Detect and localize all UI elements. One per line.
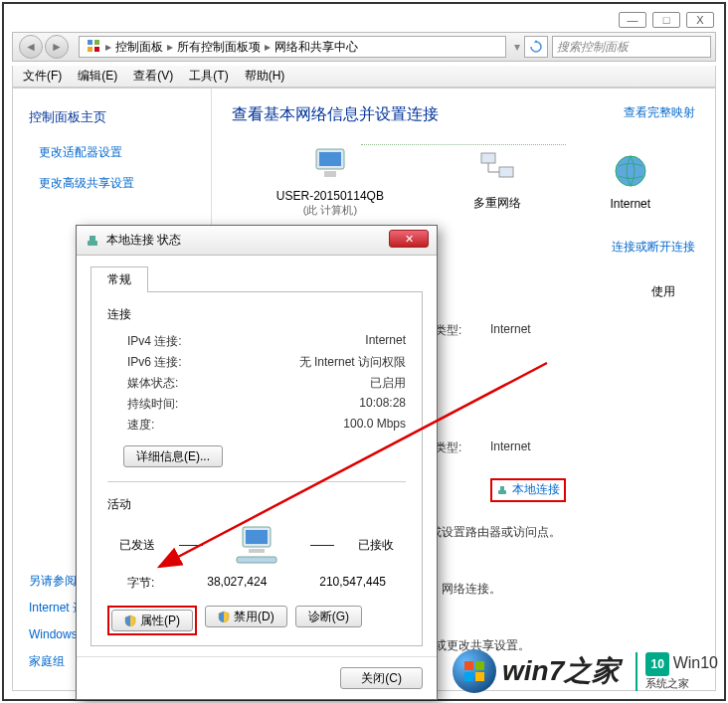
svg-rect-8	[499, 167, 513, 177]
speed-value: 100.0 Mbps	[343, 417, 406, 434]
svg-rect-5	[319, 152, 341, 166]
ipv4-label: IPv4 连接:	[127, 333, 182, 350]
activity-icon	[227, 523, 286, 567]
local-connection-link[interactable]: 本地连接	[496, 481, 560, 498]
close-button[interactable]: 关闭(C)	[340, 667, 423, 689]
svg-rect-10	[498, 490, 506, 494]
menu-view[interactable]: 查看(V)	[133, 68, 173, 85]
win10-icon: 10	[645, 652, 669, 676]
forward-button[interactable]: ►	[45, 35, 69, 59]
sidebar-home[interactable]: 控制面板主页	[29, 108, 195, 126]
breadcrumb-item[interactable]: 控制面板	[115, 39, 163, 56]
access-type-value-2: Internet	[490, 439, 531, 456]
menu-bar: 文件(F) 编辑(E) 查看(V) 工具(T) 帮助(H)	[12, 66, 716, 88]
window-controls: — □ X	[619, 12, 714, 28]
close-button[interactable]: X	[686, 12, 714, 28]
node-computer[interactable]: USER-20150114QB (此 计算机)	[276, 143, 384, 218]
back-button[interactable]: ◄	[19, 35, 43, 59]
refresh-icon	[529, 40, 543, 54]
menu-tools[interactable]: 工具(T)	[189, 68, 228, 85]
svg-rect-6	[324, 171, 336, 177]
properties-button[interactable]: 属性(P)	[111, 610, 193, 631]
toolbar: ◄ ► ▸ 控制面板 ▸ 所有控制面板项 ▸ 网络和共享中心 ▾ 搜索控制面板	[12, 32, 716, 62]
shield-icon	[218, 611, 230, 622]
svg-rect-20	[475, 661, 484, 670]
connection-status-dialog: 本地连接 状态 ✕ 常规 连接 IPv4 连接:Internet IPv6 连接…	[76, 225, 438, 700]
sidebar-advanced-sharing[interactable]: 更改高级共享设置	[39, 175, 195, 192]
node-computer-sub: (此 计算机)	[276, 203, 384, 218]
duration-value: 10:08:28	[359, 396, 406, 413]
windows-orb-icon	[453, 649, 496, 693]
dialog-titlebar[interactable]: 本地连接 状态 ✕	[77, 226, 437, 256]
svg-rect-15	[246, 530, 268, 544]
ipv4-value: Internet	[365, 333, 406, 350]
duration-label: 持续时间:	[127, 396, 178, 413]
properties-highlighted: 属性(P)	[107, 606, 197, 635]
search-input[interactable]: 搜索控制面板	[552, 36, 711, 58]
access-type-value: Internet	[490, 322, 531, 339]
node-internet[interactable]: Internet	[610, 151, 650, 211]
bytes-sent-value: 38,027,424	[207, 575, 267, 592]
globe-icon	[611, 151, 650, 191]
network-icon	[477, 149, 517, 189]
svg-rect-2	[88, 47, 92, 52]
minimize-button[interactable]: —	[619, 12, 646, 28]
speed-label: 速度:	[127, 417, 154, 434]
section-connection: 连接	[107, 306, 406, 323]
media-state-label: 媒体状态:	[127, 375, 178, 392]
view-full-map-link[interactable]: 查看完整映射	[624, 104, 695, 121]
disable-button[interactable]: 禁用(D)	[205, 606, 287, 627]
watermark: win7之家 10 Win10 系统之家	[453, 649, 718, 693]
shield-icon	[124, 615, 136, 626]
node-network-label: 多重网络	[473, 195, 521, 212]
menu-help[interactable]: 帮助(H)	[245, 68, 285, 85]
svg-rect-21	[464, 672, 473, 681]
svg-rect-1	[94, 40, 99, 45]
svg-rect-12	[88, 241, 97, 246]
search-placeholder: 搜索控制面板	[557, 39, 629, 56]
diagnose-button[interactable]: 诊断(G)	[295, 606, 362, 627]
local-connection-highlighted: 本地连接	[490, 478, 566, 502]
menu-edit[interactable]: 编辑(E)	[78, 68, 117, 85]
sidebar-adapter-settings[interactable]: 更改适配器设置	[39, 144, 195, 161]
media-state-value: 已启用	[370, 375, 406, 392]
connection-icon	[496, 484, 508, 496]
section-activity: 活动	[107, 496, 406, 513]
svg-rect-0	[88, 40, 92, 45]
svg-rect-16	[249, 549, 265, 553]
svg-rect-7	[481, 153, 495, 163]
svg-rect-11	[500, 486, 504, 490]
sent-label: 已发送	[119, 537, 155, 554]
bytes-received-value: 210,547,445	[319, 575, 386, 592]
details-button[interactable]: 详细信息(E)...	[123, 445, 223, 467]
breadcrumb-item[interactable]: 所有控制面板项	[177, 39, 261, 56]
connection-icon	[85, 233, 100, 249]
watermark-win7: win7之家	[502, 652, 620, 690]
svg-rect-3	[94, 47, 99, 52]
tab-general[interactable]: 常规	[91, 266, 148, 292]
svg-rect-13	[90, 236, 95, 241]
node-computer-label: USER-20150114QB	[276, 189, 384, 203]
control-panel-icon	[86, 38, 101, 57]
watermark-win10a: Win10	[673, 654, 718, 671]
node-network[interactable]: 多重网络	[473, 149, 521, 212]
dialog-title: 本地连接 状态	[106, 232, 181, 249]
maximize-button[interactable]: □	[652, 12, 680, 28]
svg-rect-22	[475, 672, 484, 681]
svg-rect-17	[237, 557, 276, 563]
network-map: USER-20150114QB (此 计算机) 多重网络 Internet	[232, 143, 695, 218]
received-label: 已接收	[358, 537, 394, 554]
computer-icon	[310, 143, 350, 183]
bytes-label: 字节:	[127, 575, 154, 592]
ipv6-value: 无 Internet 访问权限	[299, 354, 406, 371]
svg-point-9	[616, 156, 645, 186]
address-bar[interactable]: ▸ 控制面板 ▸ 所有控制面板项 ▸ 网络和共享中心	[79, 36, 506, 58]
watermark-win10b: 系统之家	[645, 676, 718, 691]
svg-rect-19	[464, 661, 473, 670]
node-internet-label: Internet	[610, 197, 650, 211]
ipv6-label: IPv6 连接:	[127, 354, 182, 371]
dialog-close-button[interactable]: ✕	[389, 230, 429, 248]
breadcrumb-item[interactable]: 网络和共享中心	[274, 39, 358, 56]
menu-file[interactable]: 文件(F)	[23, 68, 62, 85]
refresh-button[interactable]	[524, 36, 548, 58]
